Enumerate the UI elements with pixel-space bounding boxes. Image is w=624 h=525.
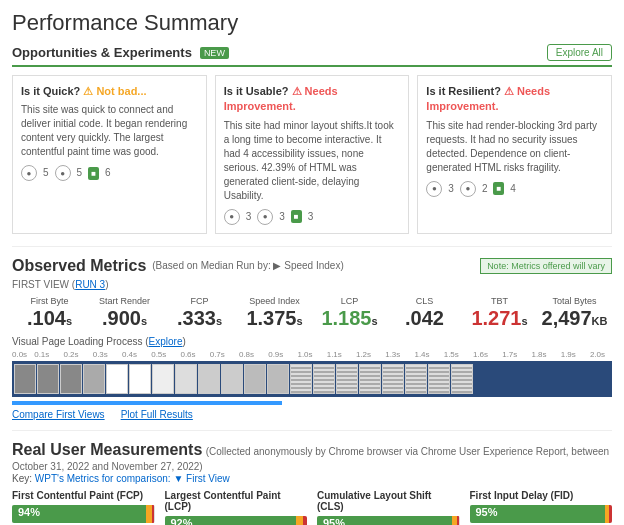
card-quick-title: Is it Quick? ⚠ Not bad... xyxy=(21,84,198,99)
filmstrip-frame xyxy=(14,364,36,394)
metric-total-bytes-value: 2,497KB xyxy=(537,308,612,328)
metric-start-render-label: Start Render xyxy=(87,296,162,306)
filmstrip-frame xyxy=(290,364,312,394)
rum-bar-lcp-red xyxy=(303,516,307,525)
metric-first-byte-label: First Byte xyxy=(12,296,87,306)
rum-metric-lcp: Largest Contentful Paint (LCP) 92% ▲ p75… xyxy=(165,490,308,525)
icon-num-3: 6 xyxy=(105,166,111,180)
filmstrip-frame xyxy=(405,364,427,394)
metric-cls: CLS .042 xyxy=(387,296,462,328)
icon-circle-6: ● xyxy=(460,181,476,197)
icon-num-1: 5 xyxy=(43,166,49,180)
divider-2 xyxy=(12,430,612,431)
filmstrip-frame xyxy=(336,364,358,394)
cards-row: Is it Quick? ⚠ Not bad... This site was … xyxy=(12,75,612,234)
note-badge: Note: Metrics offered will vary xyxy=(480,258,612,274)
page-title: Performance Summary xyxy=(12,10,612,36)
card-resilient-title: Is it Resilient? ⚠ Needs Improvement. xyxy=(426,84,603,115)
metric-lcp: LCP 1.185s xyxy=(312,296,387,328)
filmstrip-frame xyxy=(37,364,59,394)
rum-metric-cls: Cumulative Layout Shift (CLS) 95% ▲ ▲ p7… xyxy=(317,490,460,525)
rum-bar-cls-pct: 95% xyxy=(323,517,345,525)
rum-key: Key: WPT's Metrics for comparison: ▼ Fir… xyxy=(12,473,612,484)
filmstrip-frame xyxy=(267,364,289,394)
icon-num-6: 3 xyxy=(308,210,314,224)
filmstrip-frame xyxy=(175,364,197,394)
icon-num-7: 3 xyxy=(448,182,454,196)
explore-all-button[interactable]: Explore All xyxy=(547,44,612,61)
rum-bar-fcp-red xyxy=(152,505,155,523)
run-link[interactable]: RUN 3 xyxy=(75,279,105,290)
metric-first-byte-value: .104s xyxy=(12,308,87,328)
first-view-dropdown[interactable]: ▼ First View xyxy=(173,473,229,484)
rum-bar-fcp: 94% xyxy=(12,505,155,523)
icon-num-9: 4 xyxy=(510,182,516,196)
rum-bar-lcp-orange xyxy=(296,516,303,525)
icon-box-green-1: ■ xyxy=(88,167,99,180)
filmstrip-frame xyxy=(313,364,335,394)
card-quick-status: ⚠ Not bad... xyxy=(83,85,146,97)
rum-metrics-grid: First Contentful Paint (FCP) 94% ▲ p75 (… xyxy=(12,490,612,525)
compare-first-views-link[interactable]: Compare First Views xyxy=(12,409,105,420)
icon-circle-1: ● xyxy=(21,165,37,181)
filmstrip-frame xyxy=(428,364,450,394)
rum-bar-fid-pct: 95% xyxy=(476,506,498,518)
metric-tbt-label: TBT xyxy=(462,296,537,306)
icon-num-8: 2 xyxy=(482,182,488,196)
rum-metric-fid: First Input Delay (FID) 95% ▲ ▲ p75 (11) xyxy=(470,490,613,525)
icon-num-2: 5 xyxy=(77,166,83,180)
filmstrip-frame xyxy=(451,364,473,394)
new-badge: NEW xyxy=(200,47,229,59)
opportunities-header: Opportunities & Experiments NEW Explore … xyxy=(12,44,612,67)
card-usable-icons: ● 3 ● 3 ■ 3 xyxy=(224,209,401,225)
explore-link[interactable]: Explore xyxy=(149,336,183,347)
rum-title: Real User Measurements (Collected anonym… xyxy=(12,441,612,473)
filmstrip-frame xyxy=(244,364,266,394)
icon-circle-4: ● xyxy=(257,209,273,225)
rum-bar-cls-red xyxy=(457,516,460,525)
rum-metric-fcp: First Contentful Paint (FCP) 94% ▲ p75 (… xyxy=(12,490,155,525)
filmstrip-frame xyxy=(359,364,381,394)
filmstrip-frame xyxy=(198,364,220,394)
rum-bar-lcp-pct: 92% xyxy=(171,517,193,525)
card-quick-icons: ● 5 ● 5 ■ 6 xyxy=(21,165,198,181)
metrics-header: Observed Metrics (Based on Median Run by… xyxy=(12,257,612,275)
metrics-sub: (Based on Median Run by: ▶ Speed Index) xyxy=(152,260,343,271)
icon-box-green-2: ■ xyxy=(291,210,302,223)
metric-cls-label: CLS xyxy=(387,296,462,306)
card-resilient-icons: ● 3 ● 2 ■ 4 xyxy=(426,181,603,197)
icon-circle-3: ● xyxy=(224,209,240,225)
card-usable: Is it Usable? ⚠ Needs Improvement. This … xyxy=(215,75,410,234)
filmstrip-ruler: 0.0s0.1s0.2s0.3s0.4s0.5s0.6s0.7s0.8s0.9s… xyxy=(12,350,612,359)
rum-bar-fcp-pct: 94% xyxy=(18,506,40,518)
rum-bar-fid: 95% xyxy=(470,505,613,523)
rum-bar-lcp: 92% xyxy=(165,516,308,525)
visual-label: Visual Page Loading Process (Explore) xyxy=(12,336,612,347)
compare-row: Compare First Views Plot Full Results xyxy=(12,409,612,420)
rum-bar-cls: 95% xyxy=(317,516,460,525)
metric-lcp-label: LCP xyxy=(312,296,387,306)
metrics-grid: First Byte .104s Start Render .900s FCP … xyxy=(12,296,612,328)
icon-box-green-3: ■ xyxy=(493,182,504,195)
rum-bar-fid-red xyxy=(609,505,612,523)
filmstrip-frame xyxy=(382,364,404,394)
metric-speed-index: Speed Index 1.375s xyxy=(237,296,312,328)
icon-num-4: 3 xyxy=(246,210,252,224)
metric-first-byte: First Byte .104s xyxy=(12,296,87,328)
metric-tbt-value: 1.271s xyxy=(462,308,537,328)
card-quick: Is it Quick? ⚠ Not bad... This site was … xyxy=(12,75,207,234)
icon-num-5: 3 xyxy=(279,210,285,224)
filmstrip-frame xyxy=(221,364,243,394)
card-resilient: Is it Resilient? ⚠ Needs Improvement. Th… xyxy=(417,75,612,234)
filmstrip xyxy=(12,361,612,397)
filmstrip-frame xyxy=(106,364,128,394)
metric-start-render-value: .900s xyxy=(87,308,162,328)
metric-total-bytes: Total Bytes 2,497KB xyxy=(537,296,612,328)
metrics-title: Observed Metrics xyxy=(12,257,146,275)
metric-fcp: FCP .333s xyxy=(162,296,237,328)
card-resilient-body: This site had render-blocking 3rd party … xyxy=(426,119,603,175)
rum-section: Real User Measurements (Collected anonym… xyxy=(12,441,612,525)
metric-lcp-value: 1.185s xyxy=(312,308,387,328)
plot-full-results-link[interactable]: Plot Full Results xyxy=(121,409,193,420)
filmstrip-frame xyxy=(152,364,174,394)
